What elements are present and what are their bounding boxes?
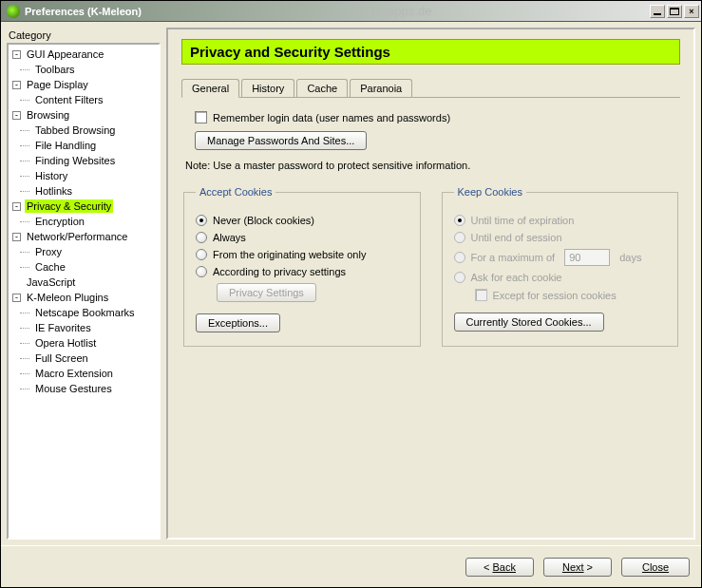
radio-icon [454, 272, 465, 283]
tree-item[interactable]: Proxy [28, 244, 157, 259]
tree-item-label: Tabbed Browsing [33, 123, 117, 137]
tree-item[interactable]: Hotlinks [28, 183, 157, 199]
tree-item-label: Hotlinks [33, 184, 74, 198]
tab-history[interactable]: History [241, 79, 294, 97]
keep-legend: Keep Cookies [454, 186, 527, 198]
tree-item-label: Page Display [25, 78, 90, 91]
back-button[interactable]: < Back [465, 558, 534, 577]
tree-item[interactable]: -K-Meleon Plugins [10, 290, 157, 305]
privacy-settings-button: Privacy Settings [217, 283, 316, 302]
tree-item-label: K-Meleon Plugins [25, 291, 110, 304]
tree-item[interactable]: -GUI Appearance [10, 47, 157, 62]
next-button[interactable]: Next > [543, 558, 612, 577]
tree-item-label: Finding Websites [33, 154, 117, 167]
tree-item-label: Netscape Bookmarks [33, 306, 137, 319]
days-input: 90 [564, 249, 610, 266]
tree-item[interactable]: Opera Hotlist [28, 335, 157, 351]
tree-item[interactable]: Macro Extension [28, 366, 157, 381]
watermark: © mstipps.de [142, 4, 650, 18]
except-session-label: Except for session cookies [493, 290, 617, 301]
keep-option-label: Until end of session [471, 232, 562, 243]
minimize-button[interactable] [650, 5, 665, 18]
collapse-icon[interactable]: - [12, 81, 21, 89]
body: Category -GUI AppearanceToolbars-Page Di… [1, 22, 701, 545]
tree-item-label: Browsing [25, 108, 71, 122]
login-block: Remember login data (user names and pass… [195, 111, 680, 150]
exceptions-button[interactable]: Exceptions... [196, 313, 280, 332]
tree-item-label: Toolbars [33, 63, 77, 76]
footer: < Back Next > Close [1, 545, 701, 587]
tree-item[interactable]: Mouse Gestures [28, 381, 157, 396]
tree-item-label: File Handling [33, 139, 98, 152]
tree-item[interactable]: IE Favorites [28, 320, 157, 335]
tree-item[interactable]: Encryption [28, 214, 157, 229]
keep-cookies-group: Keep Cookies Until time of expiration Un… [442, 186, 679, 347]
tab-bar: GeneralHistoryCacheParanoia [181, 78, 680, 98]
tab-paranoia[interactable]: Paranoia [350, 79, 412, 97]
keep-option-session: Until end of session [454, 232, 667, 243]
collapse-icon[interactable]: - [12, 50, 21, 59]
accept-cookies-group: Accept Cookies Never (Block cookies)Alwa… [183, 186, 421, 347]
tree-item-label: GUI Appearance [25, 47, 105, 61]
collapse-icon[interactable]: - [12, 111, 21, 120]
stored-cookies-button[interactable]: Currently Stored Cookies... [454, 313, 604, 332]
sidebar-heading: Category [9, 29, 161, 41]
tree-item[interactable]: Netscape Bookmarks [28, 305, 157, 320]
accept-legend: Accept Cookies [196, 186, 275, 198]
close-button[interactable]: Close [621, 558, 690, 577]
tree-item-label: History [33, 169, 69, 182]
remember-login-label: Remember login data (user names and pass… [213, 112, 450, 123]
collapse-icon[interactable]: - [12, 294, 21, 302]
accept-option[interactable]: From the originating website only [196, 249, 408, 260]
radio-icon [196, 215, 207, 226]
accept-option-label: Never (Block cookies) [213, 215, 314, 226]
tree-item-label: Content Filters [33, 93, 105, 106]
tree-item[interactable]: Full Screen [28, 351, 157, 366]
radio-icon [454, 215, 465, 226]
window-controls: × [650, 5, 699, 18]
keep-option-ask: Ask for each cookie [454, 272, 667, 283]
tree-item[interactable]: Tabbed Browsing [28, 123, 157, 138]
accept-option[interactable]: Always [196, 232, 408, 243]
accept-option-label: According to privacy settings [213, 266, 346, 277]
collapse-icon[interactable]: - [12, 233, 21, 241]
keep-option-label: For a maximum of [471, 252, 556, 263]
tree-item[interactable]: -Browsing [10, 107, 157, 123]
tree-item[interactable]: Content Filters [28, 92, 157, 107]
tree-item[interactable]: Finding Websites [28, 153, 157, 168]
keep-option-label: Ask for each cookie [471, 272, 562, 283]
accept-option-label: From the originating website only [213, 249, 366, 260]
close-window-button[interactable]: × [684, 5, 699, 18]
tree-item-label: Macro Extension [33, 367, 115, 380]
tree-item-label: Full Screen [33, 351, 90, 365]
radio-icon [196, 249, 207, 260]
except-session-checkbox: Except for session cookies [475, 289, 667, 301]
tree-item-label: Cache [33, 260, 67, 274]
tab-general[interactable]: General [181, 79, 239, 98]
tree-item[interactable]: JavaScript [10, 275, 157, 290]
remember-login-checkbox[interactable]: Remember login data (user names and pass… [195, 111, 680, 123]
tree-item[interactable]: -Network/Performance [10, 229, 157, 244]
tree-item[interactable]: History [28, 168, 157, 183]
checkbox-icon [195, 111, 207, 123]
tree-item[interactable]: Cache [28, 259, 157, 275]
main-panel: Privacy and Security Settings GeneralHis… [166, 28, 695, 540]
manage-passwords-button[interactable]: Manage Passwords And Sites... [195, 131, 367, 150]
radio-icon [454, 232, 465, 243]
tree-item-label: Opera Hotlist [33, 336, 98, 350]
tree-item[interactable]: -Page Display [10, 77, 157, 92]
accept-option[interactable]: Never (Block cookies) [196, 215, 408, 226]
tab-cache[interactable]: Cache [296, 79, 348, 97]
tree-item[interactable]: -Privacy & Security [10, 199, 157, 214]
maximize-button[interactable] [667, 5, 682, 18]
radio-icon [454, 252, 465, 263]
tree-item[interactable]: File Handling [28, 138, 157, 153]
accept-option[interactable]: According to privacy settings [196, 266, 408, 277]
tree-item-label: Mouse Gestures [33, 382, 114, 395]
tree-item[interactable]: Toolbars [28, 62, 157, 77]
category-tree[interactable]: -GUI AppearanceToolbars-Page DisplayCont… [7, 43, 161, 540]
keep-option-expiration: Until time of expiration [454, 215, 667, 226]
tree-item-label: IE Favorites [33, 321, 93, 334]
tree-item-label: Encryption [33, 215, 86, 228]
collapse-icon[interactable]: - [12, 202, 21, 211]
